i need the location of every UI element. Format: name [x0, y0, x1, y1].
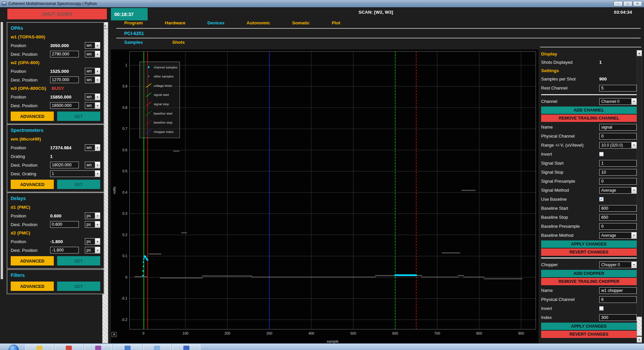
chopper-invert-checkbox[interactable]: ✓: [599, 306, 604, 311]
spectrometers-advanced-button[interactable]: ADVANCED: [11, 180, 54, 189]
baseline-presample-input[interactable]: [599, 223, 637, 230]
signal-method-select[interactable]: Average▼: [599, 187, 637, 194]
plot-area[interactable]: 010020030040050060070080090010.90.80.70.…: [111, 49, 538, 347]
remove-trailing-channel-button[interactable]: REMOVE TRAILING CHANNEL: [541, 115, 637, 122]
start-button[interactable]: [9, 345, 19, 350]
panel-scrollbar-track[interactable]: [637, 56, 642, 337]
add-chopper-button[interactable]: ADD CHOPPER: [541, 270, 637, 277]
w2-dest-position-row: Dest. Position wn▼: [11, 75, 100, 84]
revert-changes-button[interactable]: REVERT CHANGES: [541, 248, 637, 256]
chopper-apply-changes-button[interactable]: APPLY CHANGES: [541, 323, 637, 330]
w3-position-unit-select[interactable]: wn▼: [85, 94, 100, 100]
spectrometers-title: Spectrometers: [11, 128, 100, 135]
tab-somatic[interactable]: Somatic: [292, 20, 310, 25]
autorange-button[interactable]: A: [112, 332, 117, 337]
remove-trailing-chopper-button[interactable]: REMOVE TRAILING CHOPPER: [541, 278, 637, 285]
filters-advanced-button[interactable]: ADVANCED: [11, 282, 54, 291]
wm-position-unit-select[interactable]: wn▼: [85, 144, 100, 151]
title-bar: Coherent Multidimensional Spectroscopy |…: [0, 0, 644, 7]
chevron-down-icon: ▼: [631, 142, 636, 148]
baseline-method-select[interactable]: Average▼: [599, 232, 637, 239]
tab-devices[interactable]: Devices: [207, 20, 224, 25]
opas-title: OPAs: [11, 25, 100, 33]
spectrometers-set-button[interactable]: SET: [57, 180, 100, 189]
tab-hardware[interactable]: Hardware: [165, 20, 186, 25]
taskbar-app-button[interactable]: [172, 345, 200, 350]
tab-shots[interactable]: Shots: [172, 40, 185, 45]
add-channel-button[interactable]: ADD CHANNEL: [541, 107, 637, 114]
taskbar-app-button[interactable]: [114, 345, 142, 350]
close-icon[interactable]: ✕: [633, 1, 642, 6]
minimize-icon[interactable]: —: [614, 1, 623, 6]
filters-set-button[interactable]: SET: [57, 282, 100, 291]
use-baseline-checkbox[interactable]: ✓: [599, 197, 604, 201]
opas-advanced-button[interactable]: ADVANCED: [11, 112, 54, 121]
sidebar-scrollbar[interactable]: [1, 22, 3, 279]
panel-scrollbar-down-icon[interactable]: ▼: [637, 337, 642, 343]
d2-position-unit-select[interactable]: ps▼: [85, 238, 100, 245]
physical-channel-input[interactable]: [599, 133, 637, 140]
baseline-stop-input[interactable]: [599, 214, 637, 221]
baseline-start-input[interactable]: [599, 205, 637, 212]
filters-panel: Filters ADVANCED SET: [7, 269, 104, 294]
range-select[interactable]: 10.0 (320.0)▼: [599, 142, 637, 149]
panel-scrollbar-up-icon[interactable]: ▲: [637, 50, 642, 56]
taskbar-app-button[interactable]: [143, 345, 171, 350]
signal-stop-input[interactable]: [599, 169, 637, 176]
svg-text:chopper index: chopper index: [154, 130, 174, 134]
d2-position-row: Position -1.800 ps▼: [11, 237, 100, 246]
d1-dest-position-input[interactable]: [50, 221, 79, 228]
w3-dest-position-row: Dest. Position wn▼: [11, 101, 100, 110]
tab-plot[interactable]: Plot: [332, 20, 340, 25]
taskbar-app-button[interactable]: [84, 345, 112, 350]
shutdown-button[interactable]: SHUT DOWN: [7, 9, 107, 19]
signal-presample-input[interactable]: [599, 178, 637, 185]
opas-panel: OPAs w1 (TOPAS-800) Position 3050.000 wn…: [7, 22, 104, 124]
wm-grating-value: 1: [50, 154, 79, 159]
d2-dest-unit-select[interactable]: ps▼: [85, 247, 100, 253]
tab-program[interactable]: Program: [124, 20, 143, 25]
maximize-icon[interactable]: ▢: [623, 1, 632, 6]
wm-dest-position-input[interactable]: [50, 162, 79, 168]
w1-dest-unit-select[interactable]: wn▼: [85, 51, 100, 57]
divider: [541, 257, 637, 258]
opas-set-button[interactable]: SET: [57, 112, 100, 121]
rest-channel-input[interactable]: [599, 85, 637, 92]
w2-dest-position-input[interactable]: [50, 76, 79, 83]
chopper-physical-channel-input[interactable]: [599, 296, 637, 303]
chopper-revert-changes-button[interactable]: REVERT CHANGES: [541, 331, 637, 338]
chopper-name-input[interactable]: [599, 287, 637, 294]
wm-dest-unit-select[interactable]: wn▼: [85, 162, 100, 168]
wm-dest-grating-select[interactable]: 1▼: [50, 170, 100, 177]
delays-set-button[interactable]: SET: [57, 256, 100, 266]
d2-dest-position-input[interactable]: [50, 247, 79, 253]
channel-settings-panel: Display Shots Displayed 1 Settings Sampl…: [541, 50, 637, 339]
chopper-select[interactable]: Chopper 0▼: [599, 261, 637, 268]
windows-taskbar: [0, 343, 644, 350]
w3-dest-unit-select[interactable]: wn▼: [85, 102, 100, 109]
signal-start-input[interactable]: [599, 160, 637, 167]
apply-changes-button[interactable]: APPLY CHANGES: [541, 240, 637, 248]
w1-position-unit-select[interactable]: wn▼: [85, 42, 100, 49]
w3-dest-position-input[interactable]: [50, 102, 79, 109]
svg-text:700: 700: [434, 331, 440, 335]
delays-advanced-button[interactable]: ADVANCED: [11, 256, 54, 266]
device-name: d1 (PMC): [11, 205, 30, 210]
chopper-index-input[interactable]: [599, 314, 637, 321]
plot-canvas[interactable]: 010020030040050060070080090010.90.80.70.…: [111, 49, 538, 347]
scan-status-label: SCAN: [W2, W3]: [317, 10, 434, 15]
w2-position-unit-select[interactable]: wn▼: [85, 68, 100, 74]
w2-dest-unit-select[interactable]: wn▼: [85, 76, 100, 83]
taskbar-app-button[interactable]: [25, 345, 53, 350]
w1-dest-position-input[interactable]: [50, 51, 79, 57]
taskbar-app-button[interactable]: [55, 345, 83, 350]
d1-dest-unit-select[interactable]: ps▼: [85, 221, 100, 228]
channel-select[interactable]: Channel 0▼: [599, 98, 637, 105]
channel-name-input[interactable]: [599, 124, 637, 131]
panel-scrollbar-thumb[interactable]: [637, 317, 642, 336]
tab-samples[interactable]: Samples: [124, 40, 143, 45]
chevron-down-icon: ▼: [631, 99, 636, 105]
d1-position-unit-select[interactable]: ps▼: [85, 212, 100, 219]
invert-checkbox[interactable]: ✓: [599, 152, 604, 156]
tab-autonomic[interactable]: Autonomic: [247, 20, 270, 25]
